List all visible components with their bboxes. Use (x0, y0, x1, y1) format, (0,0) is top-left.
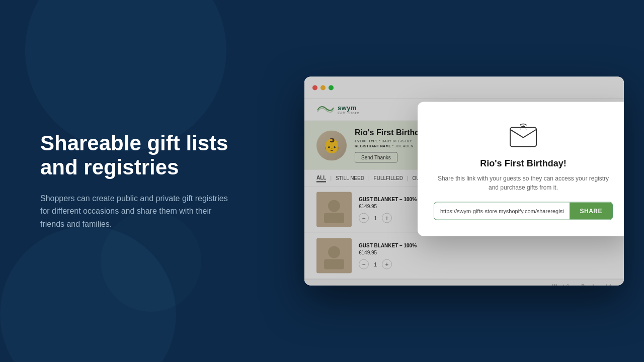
modal-share-button[interactable]: SHARE (570, 203, 612, 220)
registry-url-input[interactable] (434, 203, 570, 220)
modal-title: Rio's First Birthday! (434, 158, 613, 169)
avatar-image: 👶 (316, 130, 347, 160)
product-image-2 (316, 238, 352, 274)
logo-text: swym Gift Store (338, 105, 360, 115)
left-content: Shareable gift listsand registries Shopp… (40, 131, 252, 230)
product-name-2: GUST BLANKET – 100% (359, 242, 612, 248)
purchased-label: Purchased (581, 284, 607, 286)
minimize-dot[interactable] (320, 85, 326, 90)
svg-point-1 (328, 200, 340, 212)
svg-rect-2 (324, 213, 344, 223)
browser-window: swym Gift Store Home Collections Gift Re… (304, 77, 624, 286)
product-thumbnail-2 (316, 238, 352, 274)
want-value: 2 (567, 284, 570, 286)
store-logo: swym Gift Store (316, 104, 360, 116)
qty-value-2: 1 (372, 261, 379, 267)
share-modal: Rio's First Birthday! Share this link wi… (418, 102, 624, 236)
modal-input-row: SHARE (434, 202, 613, 220)
hero-title: Shareable gift listsand registries (40, 131, 252, 180)
close-dot[interactable] (312, 85, 317, 90)
product-price-2: €149.95 (359, 249, 612, 255)
hero-description: Shoppers can create public and private g… (40, 192, 231, 231)
product-info-2: GUST BLANKET – 100% €149.95 − 1 + (359, 242, 612, 269)
svg-point-4 (328, 246, 340, 258)
registrant-name: REGISTRANT NAME : JOE ADEN (355, 144, 414, 148)
filter-tab-all[interactable]: ALL (316, 174, 326, 183)
modal-description: Share this link with your guests so they… (434, 174, 613, 192)
modal-envelope-icon (508, 120, 538, 150)
svg-rect-5 (324, 259, 344, 269)
product-thumbnail-1 (316, 192, 352, 227)
logo-subtitle: Gift Store (338, 111, 360, 115)
browser-bar (304, 77, 624, 99)
purchased-value: 1 (609, 284, 612, 286)
filter-tab-still-need[interactable]: STILL NEED (336, 174, 364, 182)
product-image-1 (316, 192, 352, 227)
registry-footer: Want 2 Purchased 1 (304, 280, 624, 286)
qty-increase-2[interactable]: + (382, 259, 392, 269)
qty-control-2: − 1 + (359, 259, 612, 269)
filter-tab-fullfilled[interactable]: FULLFILLED (374, 174, 403, 182)
qty-value-1: 1 (372, 215, 379, 221)
table-row: GUST BLANKET – 100% €149.95 − 1 + (304, 233, 624, 279)
swym-logo-icon (316, 104, 335, 116)
registry-avatar: 👶 (316, 130, 347, 160)
qty-increase-1[interactable]: + (382, 213, 392, 223)
send-thanks-button[interactable]: Send Thanks (355, 152, 397, 163)
browser-dots (312, 85, 334, 90)
purchased-stat: Purchased 1 (581, 284, 612, 286)
bg-decoration-1 (25, 0, 226, 151)
qty-decrease-1[interactable]: − (359, 213, 369, 223)
event-type: EVENT TYPE : BABY REGISTRY (355, 139, 412, 143)
want-stat: Want 2 (552, 284, 570, 286)
want-label: Want (552, 284, 565, 286)
qty-decrease-2[interactable]: − (359, 259, 369, 269)
expand-dot[interactable] (329, 85, 334, 90)
